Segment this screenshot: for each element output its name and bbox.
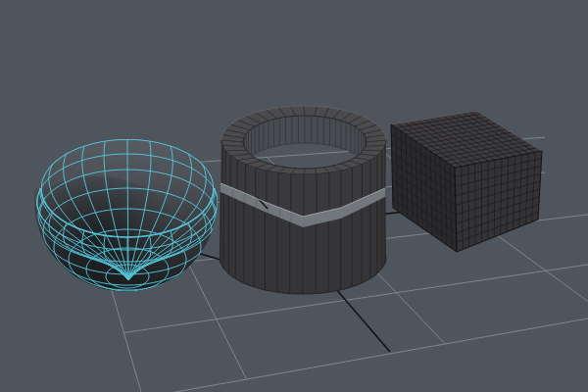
viewport-canvas[interactable] [0,0,588,392]
pipe-object[interactable] [220,106,386,294]
viewport-window[interactable] [0,0,588,392]
